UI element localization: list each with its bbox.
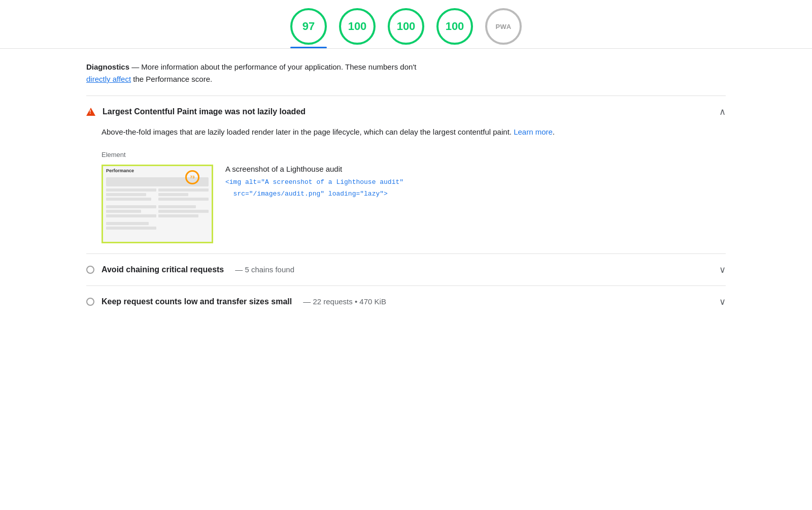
fake-row	[158, 198, 209, 201]
fake-row	[106, 193, 146, 196]
tab-indicator-accessibility	[339, 47, 376, 48]
diagnostics-section: Diagnostics — More information about the…	[86, 49, 726, 95]
fake-row	[106, 227, 156, 230]
audit-lcp-desc-pre: Above-the-fold images that are lazily lo…	[101, 128, 514, 136]
audit-lcp-title: Largest Contentful Paint image was not l…	[103, 107, 306, 116]
neutral-icon-2	[86, 298, 94, 306]
audit-lcp-body: Above-the-fold images that are lazily lo…	[86, 117, 726, 243]
diagnostics-text: — More information about the performance…	[131, 62, 416, 71]
fake-row	[106, 210, 141, 213]
fake-row	[158, 205, 196, 208]
main-content: Diagnostics — More information about the…	[56, 49, 756, 317]
element-thumbnail: 73 Performance	[101, 165, 213, 243]
audit-critical-left: Avoid chaining critical requests — 5 cha…	[86, 265, 294, 274]
fake-row	[158, 214, 198, 217]
element-row: 73 Performance	[101, 165, 726, 243]
fake-row	[106, 198, 151, 201]
score-accessibility[interactable]: 100	[339, 8, 376, 45]
element-title: A screenshot of a Lighthouse audit	[225, 165, 726, 173]
tab-indicator-best-practices	[388, 47, 424, 48]
fake-body	[103, 188, 212, 230]
score-value-pwa: PWA	[495, 23, 511, 30]
tab-indicator-performance	[290, 47, 327, 48]
audit-lcp-chevron[interactable]: ∧	[719, 106, 726, 117]
fake-row	[158, 193, 188, 196]
diagnostics-link[interactable]: directly affect	[86, 75, 131, 83]
fake-col-2	[158, 188, 209, 230]
score-value-seo: 100	[446, 20, 464, 33]
score-pwa[interactable]: PWA	[485, 8, 522, 45]
audit-request-subtitle: — 22 requests • 470 KiB	[303, 297, 386, 306]
fake-col-1	[106, 188, 156, 230]
audit-lcp-header-left: Largest Contentful Paint image was not l…	[86, 107, 306, 116]
learn-more-link[interactable]: Learn more	[514, 128, 553, 136]
audit-request-title: Keep request counts low and transfer siz…	[101, 297, 292, 306]
fake-score-circle: 73	[185, 170, 199, 184]
audit-critical-header[interactable]: Avoid chaining critical requests — 5 cha…	[86, 264, 726, 275]
element-label: Element	[101, 151, 726, 158]
tab-indicator-seo	[436, 47, 473, 48]
audit-critical-requests: Avoid chaining critical requests — 5 cha…	[86, 253, 726, 285]
audit-critical-subtitle: — 5 chains found	[235, 265, 294, 274]
score-value-performance: 97	[302, 20, 315, 33]
score-best-practices[interactable]: 100	[388, 8, 424, 45]
diagnostics-description: Diagnostics — More information about the…	[86, 61, 726, 85]
audit-lcp-header[interactable]: Largest Contentful Paint image was not l…	[86, 106, 726, 117]
audit-request-counts: Keep request counts low and transfer siz…	[86, 285, 726, 317]
fake-row	[106, 205, 156, 208]
diagnostics-label: Diagnostics	[86, 62, 129, 71]
warning-icon	[86, 108, 95, 116]
score-seo[interactable]: 100	[436, 8, 473, 45]
neutral-icon	[86, 266, 94, 274]
audit-lcp-description: Above-the-fold images that are lazily lo…	[101, 125, 726, 139]
audit-critical-title: Avoid chaining critical requests	[101, 265, 224, 274]
fake-screenshot: 73 Performance	[103, 166, 212, 242]
diagnostics-link-suffix: the Performance score.	[131, 75, 212, 83]
score-performance[interactable]: 97	[290, 8, 327, 45]
audit-request-chevron[interactable]: ∨	[719, 296, 726, 307]
fake-row	[106, 214, 156, 217]
audit-request-header[interactable]: Keep request counts low and transfer siz…	[86, 296, 726, 307]
element-info: A screenshot of a Lighthouse audit <img …	[225, 165, 726, 200]
audit-lcp-lazy-loaded: Largest Contentful Paint image was not l…	[86, 95, 726, 253]
audit-request-left: Keep request counts low and transfer siz…	[86, 297, 386, 306]
audit-critical-chevron[interactable]: ∨	[719, 264, 726, 275]
fake-row	[106, 222, 149, 225]
element-code: <img alt="A screenshot of a Lighthouse a…	[225, 176, 726, 200]
tab-indicator-pwa	[485, 47, 522, 48]
score-value-accessibility: 100	[348, 20, 367, 33]
score-value-best-practices: 100	[397, 20, 416, 33]
fake-row	[158, 210, 209, 213]
audit-lcp-desc-post: .	[553, 128, 555, 136]
fake-row	[106, 188, 156, 192]
fake-row	[158, 188, 209, 192]
scores-bar: 97 100 100 100 PWA	[0, 0, 812, 45]
